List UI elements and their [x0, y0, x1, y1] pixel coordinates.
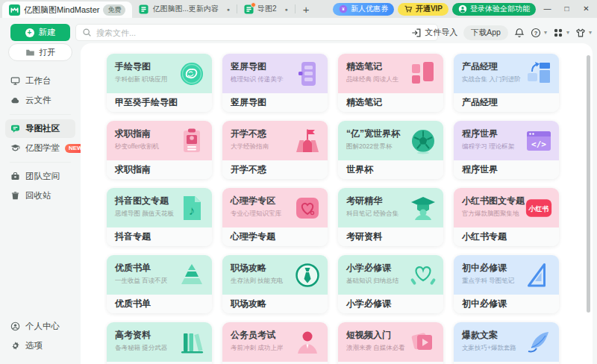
template-card[interactable]: 优质书单一生收益 百读不厌优质书单: [107, 255, 212, 313]
person-bust-icon: [293, 328, 322, 357]
card-footer-label: 竖屏导图: [231, 96, 266, 109]
feather-icon: [524, 328, 554, 357]
tab-document-1[interactable]: 亿图脑图...更新内容 ●: [132, 0, 237, 18]
books-icon: [177, 328, 207, 357]
sidebar-item-label: 个人中心: [25, 321, 60, 332]
theme-skin-button[interactable]: ▾: [575, 28, 592, 38]
sidebar-item-label: 亿图学堂: [25, 142, 60, 154]
card-banner: 手绘导图学科创新 职场应用: [107, 54, 212, 93]
card-banner: “亿”宽世界杯图解2022世界杯: [338, 121, 443, 160]
card-footer: 抖音专题: [107, 228, 212, 246]
minimize-button[interactable]: —: [540, 0, 555, 18]
template-card[interactable]: 精选笔记品味经典 阅读人生精选笔记: [338, 54, 443, 112]
template-card[interactable]: 爆款文案文案技巧+爆款套路: [454, 322, 559, 364]
card-footer-label: 世界杯: [346, 163, 373, 176]
new-file-button[interactable]: + 新建: [10, 24, 70, 41]
notifications-button[interactable]: [514, 28, 525, 38]
document-icon: [139, 4, 149, 14]
card-footer-label: 小学必修课: [346, 298, 391, 310]
card-footer-label: 初中必修课: [462, 298, 507, 310]
template-card[interactable]: 程序世界编程学习 理论框架</>程序世界: [454, 121, 559, 179]
tab-document-2[interactable]: 导图2 ●: [237, 0, 295, 18]
search-box[interactable]: [75, 24, 438, 41]
jump-rope-icon: [408, 261, 438, 289]
card-banner: 精选笔记品味经典 阅读人生: [338, 54, 443, 93]
football-icon: [408, 127, 438, 155]
card-footer-label: 甲至癸手绘导图: [115, 96, 178, 109]
template-card[interactable]: 产品经理实战合集 入门到进阶产品经理: [454, 54, 559, 112]
template-card[interactable]: 公务员考试考前冲刺 成功上岸: [222, 322, 328, 364]
free-badge: 免费: [103, 4, 125, 16]
card-banner: 求职指南秒变offer收割机: [107, 121, 212, 160]
template-card[interactable]: 心理学专区专业心理知识宝库心理学专题: [222, 188, 328, 246]
template-card[interactable]: 短视频入门浪潮来袭 自媒体必看: [338, 322, 443, 364]
titlebar: 亿图脑图MindMaster 免费 亿图脑图...更新内容 ● 导图2 ● + …: [0, 0, 597, 18]
template-card[interactable]: 初中必修课重点学科 导图笔记初中必修课: [454, 255, 559, 313]
xiaohongshu-logo-icon: 小红书: [524, 194, 554, 222]
svg-text:小红书: 小红书: [528, 205, 549, 213]
card-banner: 职场攻略生存法则 技能充电: [222, 255, 328, 295]
template-card[interactable]: 开学不惑大学经验指南开学不惑: [222, 121, 328, 179]
sidebar-item-workbench[interactable]: 工作台: [5, 72, 75, 90]
sidebar-item-label: 团队空间: [25, 171, 60, 182]
card-footer-label: 抖音专题: [115, 230, 151, 243]
shirt-icon: [575, 28, 586, 38]
bell-icon: [514, 28, 525, 38]
sidebar-item-team-space[interactable]: 团队空间: [5, 167, 75, 186]
card-footer: 甲至癸手绘导图: [107, 93, 212, 112]
notes-books-icon: [408, 60, 438, 88]
template-card[interactable]: 抖音图文专题思维导图 颜值天花板♪抖音专题: [107, 188, 212, 246]
template-card[interactable]: 手绘导图学科创新 职场应用甲至癸手绘导图: [107, 54, 212, 112]
template-card[interactable]: 竖屏导图梳理知识 传递美学竖屏导图: [222, 54, 328, 112]
card-footer-label: 精选笔记: [346, 96, 382, 109]
card-footer: 优质书单: [107, 295, 212, 313]
template-card[interactable]: 小红书图文专题官方爆款脑图聚集地小红书小红书专题: [454, 188, 559, 246]
close-button[interactable]: ✕: [578, 0, 594, 18]
file-import-button[interactable]: 文件导入: [411, 27, 457, 38]
sidebar-divider: [10, 162, 71, 163]
maximize-button[interactable]: □: [559, 0, 575, 18]
sidebar-item-cloud-files[interactable]: 云文件: [5, 91, 75, 110]
workbench-icon: [10, 76, 20, 86]
card-footer-label: 考研资料: [346, 230, 382, 243]
document-icon-badged: [244, 4, 254, 14]
template-card[interactable]: 高考资料备考秘籍 提分武器: [107, 322, 212, 364]
login-label: 登录体验全部功能: [470, 4, 530, 14]
sidebar-item-options[interactable]: 选项: [5, 336, 75, 355]
school-gate-icon: [293, 127, 322, 155]
sidebar-item-personal-center[interactable]: 个人中心: [5, 317, 75, 336]
template-card[interactable]: 小学必修课基础知识 归纳总结小学必修课: [338, 255, 443, 313]
scrollbar-thumb[interactable]: [587, 55, 590, 313]
user-icon: [10, 321, 20, 331]
apps-menu-button[interactable]: ▾: [553, 28, 569, 38]
scrollbar: [587, 55, 590, 354]
template-card[interactable]: “亿”宽世界杯图解2022世界杯世界杯: [338, 121, 443, 179]
sidebar-item-map-community[interactable]: 导图社区: [5, 119, 75, 138]
file-import-label: 文件导入: [425, 27, 457, 38]
user-circle-icon: [458, 4, 467, 13]
tab-document-1-label: 亿图脑图...更新内容: [152, 4, 218, 14]
unsaved-dot: ●: [285, 7, 288, 12]
template-card[interactable]: 职场攻略生存法则 技能充电职场攻略: [222, 255, 328, 313]
open-vip-button[interactable]: 开通VIP: [398, 3, 448, 16]
download-app-button[interactable]: 下载App: [463, 25, 508, 40]
template-card[interactable]: 考研精华科目笔记 经验合集考研资料: [338, 188, 443, 246]
search-input[interactable]: [96, 28, 431, 37]
sidebar-item-edraw-school[interactable]: 亿图学堂 NEW: [5, 139, 75, 157]
login-button[interactable]: 登录体验全部功能: [452, 3, 536, 16]
newcomer-coupon-button[interactable]: ¥ 新人优惠券: [333, 3, 394, 16]
product-flow-icon: [524, 60, 554, 88]
card-footer: 心理学专题: [222, 228, 328, 246]
card-footer-label: 优质书单: [115, 298, 151, 310]
card-footer-label: 程序世界: [462, 163, 498, 176]
tab-home[interactable]: 亿图脑图MindMaster 免费: [2, 1, 132, 18]
sidebar-item-recycle-bin[interactable]: 回收站: [5, 186, 75, 205]
tie-badge-icon: [293, 261, 322, 289]
help-menu-button[interactable]: ?▾: [531, 28, 547, 38]
open-file-button[interactable]: 打开: [8, 43, 72, 61]
tiktok-note-icon: ♪: [177, 194, 207, 222]
new-tab-button[interactable]: +: [296, 3, 317, 16]
template-card[interactable]: 求职指南秒变offer收割机求职指南: [107, 121, 212, 179]
card-banner: 抖音图文专题思维导图 颜值天花板♪: [107, 188, 212, 228]
template-gallery: 手绘导图学科创新 职场应用甲至癸手绘导图竖屏导图梳理知识 传递美学竖屏导图精选笔…: [81, 43, 593, 364]
